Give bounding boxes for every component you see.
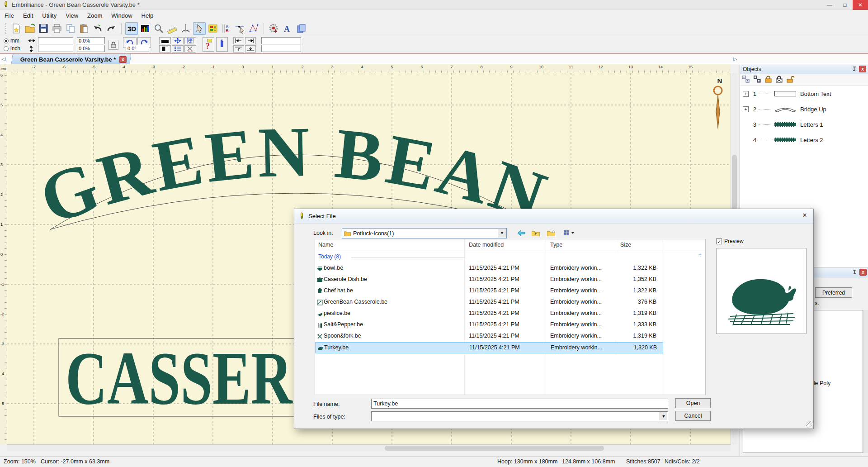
undo-icon[interactable] <box>91 22 104 35</box>
file-row-greenbean-casserole-be[interactable]: GreenBean Casserole.be11/15/2025 4:21 PM… <box>315 297 663 308</box>
copy-icon[interactable] <box>64 22 77 35</box>
ungroup-icon[interactable] <box>754 76 761 85</box>
stitch-simulator-icon[interactable] <box>268 22 280 35</box>
thread-palette-icon[interactable] <box>216 37 228 52</box>
canvas-horizontal-scrollbar[interactable] <box>7 444 731 451</box>
column-name[interactable]: Name <box>318 242 333 248</box>
file-row-bowl-be[interactable]: bowl.be11/15/2025 4:21 PMEmbroidery work… <box>315 263 663 274</box>
close-button[interactable]: ✕ <box>853 0 868 10</box>
pin-icon[interactable] <box>851 269 858 276</box>
new-file-icon[interactable] <box>10 22 23 35</box>
file-row-spoon-fork-be[interactable]: Spoon&fork.be11/15/2025 4:21 PMEmbroider… <box>315 331 663 342</box>
align-top-icon[interactable] <box>233 45 244 52</box>
unit-mm-radio[interactable]: mm <box>4 38 19 44</box>
column-date-modified[interactable]: Date modified <box>469 242 504 248</box>
dialog-close-icon[interactable]: ✕ <box>800 212 810 221</box>
center-design-icon[interactable] <box>172 37 184 44</box>
width-percent-input[interactable] <box>77 37 105 44</box>
open-button[interactable]: Open <box>675 398 711 408</box>
lock-icon[interactable] <box>765 76 772 85</box>
object-item-bridge-up[interactable]: +2Bridge Up <box>740 101 868 117</box>
tab-close-icon[interactable]: x <box>119 56 127 62</box>
views-menu-icon[interactable] <box>562 228 577 238</box>
column-size[interactable]: Size <box>620 242 631 248</box>
menu-utility[interactable]: Utility <box>38 11 61 20</box>
view-3d-icon[interactable]: 3D <box>125 22 138 35</box>
file-row-caserole-dish-be[interactable]: Caserole Dish.be11/15/2025 4:21 PMEmbroi… <box>315 274 663 286</box>
select-tool-icon[interactable] <box>193 22 206 35</box>
unlock-icon[interactable] <box>787 76 794 85</box>
object-properties-icon[interactable] <box>207 22 219 35</box>
height-percent-input[interactable] <box>77 45 105 52</box>
maximize-button[interactable]: □ <box>837 0 853 10</box>
fit-hoop-icon[interactable] <box>184 37 196 44</box>
menu-window[interactable]: Window <box>107 11 137 20</box>
chevron-down-icon[interactable]: ▼ <box>498 229 506 238</box>
checkbox-checked-icon[interactable]: ✓ <box>716 238 722 244</box>
object-item-bottom-text[interactable]: +1Bottom Text <box>740 86 868 101</box>
menu-help[interactable]: Help <box>137 11 158 20</box>
print-icon[interactable] <box>51 22 63 35</box>
up-folder-icon[interactable] <box>530 228 541 238</box>
width-value-input[interactable] <box>38 37 73 44</box>
menu-edit[interactable]: Edit <box>19 11 38 20</box>
measure-tool-icon[interactable] <box>166 22 179 35</box>
align-right-icon[interactable] <box>245 37 256 44</box>
file-row-salt-pepper-be[interactable]: Salt&Pepper.be11/15/2025 4:21 PMEmbroide… <box>315 319 663 331</box>
sequence-list-icon[interactable] <box>172 45 184 52</box>
merge-design-icon[interactable] <box>295 22 307 35</box>
file-row-chef-hat-be[interactable]: Chef hat.be11/15/2025 4:21 PMEmbroidery … <box>315 286 663 297</box>
banner-view-icon[interactable] <box>159 37 171 44</box>
lock-all-icon[interactable] <box>776 76 783 85</box>
height-value-input[interactable] <box>38 45 73 52</box>
text-tool-icon[interactable]: A <box>281 22 294 35</box>
expand-icon[interactable]: + <box>743 106 749 112</box>
group-icon[interactable] <box>742 76 750 85</box>
object-item-letters-1[interactable]: 3Letters 1 <box>740 117 868 132</box>
file-list[interactable]: Name Date modified Type Size ⌃ Today (8)… <box>315 239 706 395</box>
menu-view[interactable]: View <box>61 11 83 20</box>
file-row-turkey-be[interactable]: Turkey.be11/15/2025 4:21 PMEmbroidery wo… <box>315 342 663 353</box>
menu-file[interactable]: File <box>0 11 19 20</box>
document-tab[interactable]: Green Bean Casserole Varsity.be * x <box>11 54 132 64</box>
properties-scrollbar[interactable] <box>863 310 868 453</box>
files-of-type-dropdown[interactable]: ▼ <box>371 411 668 421</box>
file-name-input[interactable] <box>371 399 668 409</box>
save-file-icon[interactable] <box>37 22 50 35</box>
align-bottom-icon[interactable] <box>245 45 256 52</box>
redo-icon[interactable] <box>105 22 118 35</box>
preferred-button[interactable]: Preferred <box>815 287 852 298</box>
file-group-row[interactable]: Today (8) ⌃ <box>315 252 705 262</box>
object-item-letters-2[interactable]: 4Letters 2 <box>740 132 868 148</box>
new-folder-icon[interactable] <box>546 228 557 238</box>
aspect-lock-icon[interactable] <box>108 40 118 50</box>
properties-close-icon[interactable]: x <box>859 269 867 276</box>
dialog-title-bar[interactable]: Select File <box>294 209 813 224</box>
column-type[interactable]: Type <box>550 242 562 248</box>
align-left-icon[interactable] <box>233 37 244 44</box>
lettering-tool-icon[interactable]: AB <box>220 22 233 35</box>
unit-inch-radio[interactable]: inch <box>4 45 20 52</box>
paste-icon[interactable] <box>78 22 90 35</box>
preview-checkbox[interactable]: ✓ Preview <box>716 238 744 244</box>
chevron-down-icon[interactable]: ▼ <box>660 412 667 420</box>
extra-bottom-input[interactable] <box>261 45 301 52</box>
node-edit-icon[interactable] <box>234 22 246 35</box>
file-row-pieslice-be[interactable]: pieslice.be11/15/2025 4:21 PMEmbroidery … <box>315 308 663 319</box>
objects-close-icon[interactable]: x <box>859 66 866 72</box>
stitch-edit-icon[interactable] <box>247 22 260 35</box>
pin-icon[interactable] <box>850 66 858 72</box>
resize-grip[interactable] <box>806 421 812 428</box>
collapse-chevron-icon[interactable]: ⌃ <box>698 253 702 258</box>
zoom-tool-icon[interactable] <box>152 22 165 35</box>
angle-input[interactable] <box>126 45 149 52</box>
expand-icon[interactable]: + <box>743 91 749 97</box>
trim-scissors-icon[interactable] <box>184 45 196 52</box>
density-chart-icon[interactable] <box>139 22 151 35</box>
stitch-needle-icon[interactable] <box>179 22 192 35</box>
minimize-button[interactable]: — <box>822 0 837 10</box>
tab-scroll-right-icon[interactable]: ▷ <box>731 56 739 62</box>
contrast-view-icon[interactable] <box>159 45 171 52</box>
extra-top-input[interactable] <box>261 37 301 44</box>
look-in-dropdown[interactable]: Potluck-Icons(1) ▼ <box>342 228 507 238</box>
